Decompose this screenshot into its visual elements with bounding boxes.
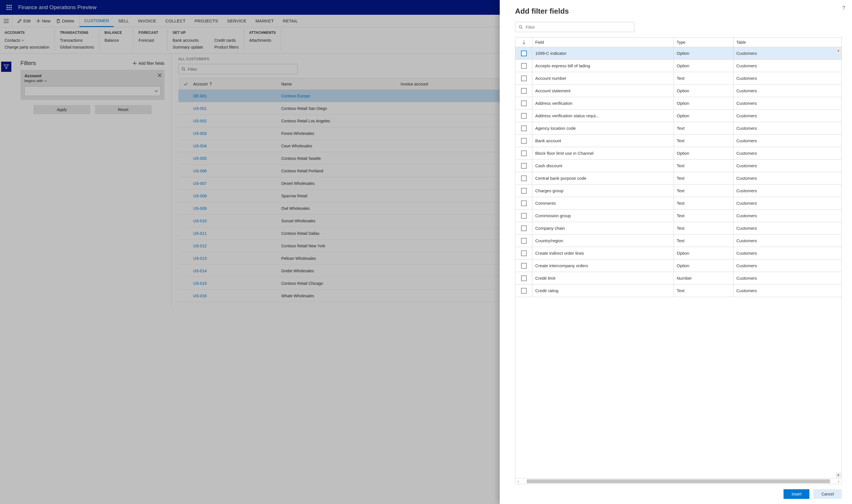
field-name: Cash discount: [532, 160, 674, 172]
scroll-up-icon[interactable]: ▲: [836, 48, 841, 53]
field-type: Option: [674, 85, 733, 97]
field-name: Credit rating: [532, 285, 674, 297]
column-header-field[interactable]: Field: [532, 37, 674, 47]
help-icon[interactable]: ?: [842, 5, 845, 11]
sort-column[interactable]: [515, 37, 532, 47]
field-row[interactable]: Create indirect order lines Option Custo…: [515, 247, 841, 259]
panel-filter[interactable]: [515, 22, 634, 32]
row-checkbox[interactable]: [515, 110, 532, 122]
field-table: Customers: [733, 210, 841, 222]
field-row[interactable]: Comments Text Customers: [515, 197, 841, 210]
field-type: Text: [674, 72, 733, 85]
row-checkbox[interactable]: [515, 47, 532, 60]
field-row[interactable]: Account statement Option Customers: [515, 85, 841, 97]
field-table: Customers: [733, 85, 841, 97]
field-type: Text: [674, 235, 733, 247]
row-checkbox[interactable]: [515, 60, 532, 72]
row-checkbox[interactable]: [515, 184, 532, 197]
field-row[interactable]: 1099-C indicator Option Customers: [515, 47, 841, 60]
add-filter-fields-panel: ? Add filter fields Field Type Table ▲ 1…: [500, 0, 852, 504]
field-type: Option: [674, 247, 733, 259]
field-row[interactable]: Credit rating Text Customers: [515, 285, 841, 297]
field-type: Text: [674, 160, 733, 172]
field-type: Number: [674, 272, 733, 285]
field-name: 1099-C indicator: [532, 47, 674, 60]
field-table: Customers: [733, 122, 841, 134]
field-row[interactable]: Country/region Text Customers: [515, 235, 841, 247]
row-checkbox[interactable]: [515, 172, 532, 184]
field-name: Central bank purpose code: [532, 172, 674, 184]
field-type: Text: [674, 134, 733, 147]
fields-table: Field Type Table ▲ 1099-C indicator Opti…: [515, 37, 842, 484]
column-header-table[interactable]: Table: [733, 37, 841, 47]
row-checkbox[interactable]: [515, 160, 532, 172]
row-checkbox[interactable]: [515, 72, 532, 85]
field-table: Customers: [733, 47, 841, 60]
field-row[interactable]: Cash discount Text Customers: [515, 160, 841, 172]
field-row[interactable]: Credit limit Number Customers: [515, 272, 841, 285]
field-name: Create intercompany orders: [532, 259, 674, 272]
field-row[interactable]: Commission group Text Customers: [515, 210, 841, 222]
field-row[interactable]: Company chain Text Customers: [515, 222, 841, 235]
row-checkbox[interactable]: [515, 222, 532, 235]
scroll-down-icon[interactable]: ▼: [836, 472, 841, 478]
field-row[interactable]: Charges group Text Customers: [515, 184, 841, 197]
field-row[interactable]: Central bank purpose code Text Customers: [515, 172, 841, 184]
field-name: Address verification status requi...: [532, 110, 674, 122]
cancel-button[interactable]: Cancel: [813, 489, 842, 499]
row-checkbox[interactable]: [515, 272, 532, 285]
row-checkbox[interactable]: [515, 285, 532, 297]
field-table: Customers: [733, 184, 841, 197]
field-type: Text: [674, 184, 733, 197]
insert-button[interactable]: Insert: [783, 489, 810, 499]
scroll-right-icon[interactable]: ›: [836, 479, 841, 484]
column-header-type[interactable]: Type: [674, 37, 733, 47]
row-checkbox[interactable]: [515, 247, 532, 259]
row-checkbox[interactable]: [515, 235, 532, 247]
field-row[interactable]: Address verification Option Customers: [515, 97, 841, 110]
panel-horizontal-scrollbar[interactable]: ‹ ›: [515, 478, 841, 484]
field-type: Option: [674, 259, 733, 272]
field-row[interactable]: Block floor limit use in Channel Option …: [515, 147, 841, 160]
panel-filter-input[interactable]: [526, 25, 631, 30]
field-name: Create indirect order lines: [532, 247, 674, 259]
field-table: Customers: [733, 110, 841, 122]
search-icon: [519, 25, 523, 29]
sort-icon: [522, 40, 525, 44]
field-name: Address verification: [532, 97, 674, 110]
field-type: Text: [674, 172, 733, 184]
field-table: Customers: [733, 97, 841, 110]
row-checkbox[interactable]: [515, 197, 532, 210]
field-row[interactable]: Agency location code Text Customers: [515, 122, 841, 134]
field-table: Customers: [733, 272, 841, 285]
field-type: Option: [674, 47, 733, 60]
field-table: Customers: [733, 147, 841, 160]
row-checkbox[interactable]: [515, 85, 532, 97]
field-row[interactable]: Accepts express bill of lading Option Cu…: [515, 60, 841, 72]
field-row[interactable]: Bank account Text Customers: [515, 134, 841, 147]
field-name: Bank account: [532, 134, 674, 147]
field-name: Credit limit: [532, 272, 674, 285]
field-row[interactable]: Create intercompany orders Option Custom…: [515, 259, 841, 272]
field-name: Agency location code: [532, 122, 674, 134]
field-type: Option: [674, 147, 733, 160]
row-checkbox[interactable]: [515, 134, 532, 147]
svg-point-22: [519, 25, 522, 28]
panel-title: Add filter fields: [515, 7, 842, 16]
row-checkbox[interactable]: [515, 97, 532, 110]
row-checkbox[interactable]: [515, 259, 532, 272]
row-checkbox[interactable]: [515, 210, 532, 222]
row-checkbox[interactable]: [515, 147, 532, 160]
field-type: Text: [674, 122, 733, 134]
field-type: Text: [674, 210, 733, 222]
field-table: Customers: [733, 222, 841, 235]
field-name: Charges group: [532, 184, 674, 197]
field-name: Company chain: [532, 222, 674, 235]
field-row[interactable]: Account number Text Customers: [515, 72, 841, 85]
row-checkbox[interactable]: [515, 122, 532, 134]
scroll-thumb[interactable]: [527, 479, 830, 483]
field-row[interactable]: Address verification status requi... Opt…: [515, 110, 841, 122]
field-table: Customers: [733, 285, 841, 297]
scroll-left-icon[interactable]: ‹: [515, 479, 521, 484]
field-type: Text: [674, 197, 733, 210]
